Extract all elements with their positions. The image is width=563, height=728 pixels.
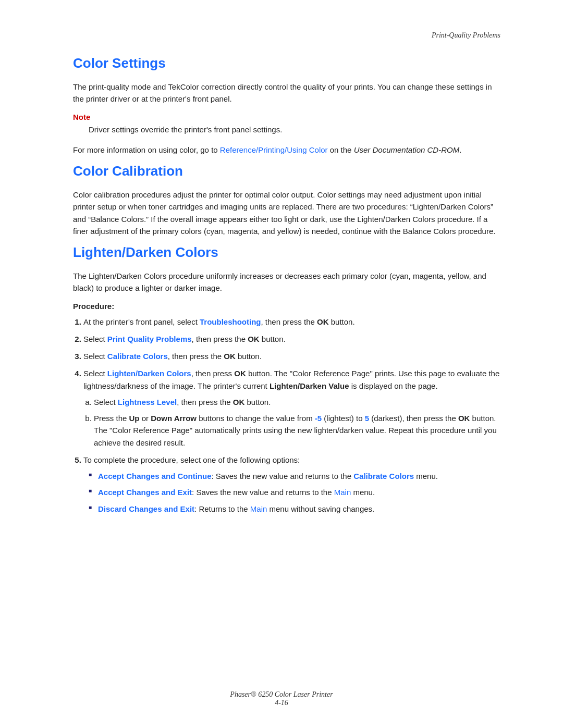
accept-exit-label: Accept Changes and Exit [98,488,192,497]
step2-pqp: Print Quality Problems [107,335,192,343]
step4b-pos5: 5 [365,414,369,423]
step-4: Select Lighten/Darken Colors, then press… [83,367,500,449]
page-footer: Phaser® 6250 Color Laser Printer 4-16 [0,690,563,707]
step4b-down: Down Arrow [151,414,197,423]
footer-line1: Phaser® 6250 Color Laser Printer [0,690,563,699]
main-menu-link2: Main [250,504,267,513]
step-3: Select Calibrate Colors, then press the … [83,350,500,362]
para2-end: . [459,145,461,154]
step3-calibrate: Calibrate Colors [107,352,168,361]
bullet-discard-exit: Discard Changes and Exit: Returns to the… [89,503,500,515]
step4a-ok: OK [233,398,245,406]
color-settings-para1: The print-quality mode and TekColor corr… [73,81,500,105]
step1-troubleshooting: Troubleshooting [200,317,261,326]
page-header: Print-Quality Problems [73,31,500,40]
step-5: To complete the procedure, select one of… [83,454,500,515]
step1-ok: OK [317,317,329,326]
note-block: Driver settings override the printer's f… [89,124,500,135]
step4a-lightness: Lightness Level [118,398,177,406]
color-settings-title: Color Settings [73,55,500,71]
main-menu-link1: Main [334,488,351,497]
header-text: Print-Quality Problems [432,31,500,39]
footer-line2: 4-16 [0,699,563,707]
calibrate-colors-link: Calibrate Colors [353,472,414,480]
bullet-accept-exit: Accept Changes and Exit: Saves the new v… [89,486,500,498]
discard-exit-label: Discard Changes and Exit [98,504,194,513]
step4-ok: OK [234,369,246,378]
note-text: Driver settings override the printer's f… [89,124,500,135]
step4-substeps: Select Lightness Level, then press the O… [94,396,500,449]
reference-link[interactable]: Reference/Printing/Using Color [220,145,328,154]
procedure-steps: At the printer's front panel, select Tro… [83,316,500,515]
step4-lighten: Lighten/Darken Colors [107,369,191,378]
step2-ok: OK [248,335,260,343]
step4-value: Lighten/Darken Value [270,381,349,390]
step4b-neg5: -5 [315,414,322,423]
page: Print-Quality Problems Color Settings Th… [0,0,563,728]
para2-prefix: For more information on using color, go … [73,145,220,154]
accept-continue-label: Accept Changes and Continue [98,472,212,480]
step3-ok: OK [224,352,236,361]
step5-bullets: Accept Changes and Continue: Saves the n… [89,470,500,515]
para2-suffix: on the [328,145,354,154]
step4b-up: Up [129,414,140,423]
lighten-darken-para1: The Lighten/Darken Colors procedure unif… [73,270,500,294]
note-label: Note [73,113,500,121]
color-calibration-title: Color Calibration [73,163,500,179]
color-calibration-para1: Color calibration procedures adjust the … [73,189,500,237]
lighten-darken-title: Lighten/Darken Colors [73,244,500,261]
procedure-label: Procedure: [73,302,500,311]
step4a: Select Lightness Level, then press the O… [94,396,500,408]
step-1: At the printer's front panel, select Tro… [83,316,500,328]
step4b: Press the Up or Down Arrow buttons to ch… [94,412,500,449]
para2-italic: User Documentation CD-ROM [354,145,460,154]
bullet-accept-continue: Accept Changes and Continue: Saves the n… [89,470,500,482]
step4b-ok: OK [458,414,470,423]
step-2: Select Print Quality Problems, then pres… [83,333,500,345]
color-settings-para2: For more information on using color, go … [73,144,500,156]
